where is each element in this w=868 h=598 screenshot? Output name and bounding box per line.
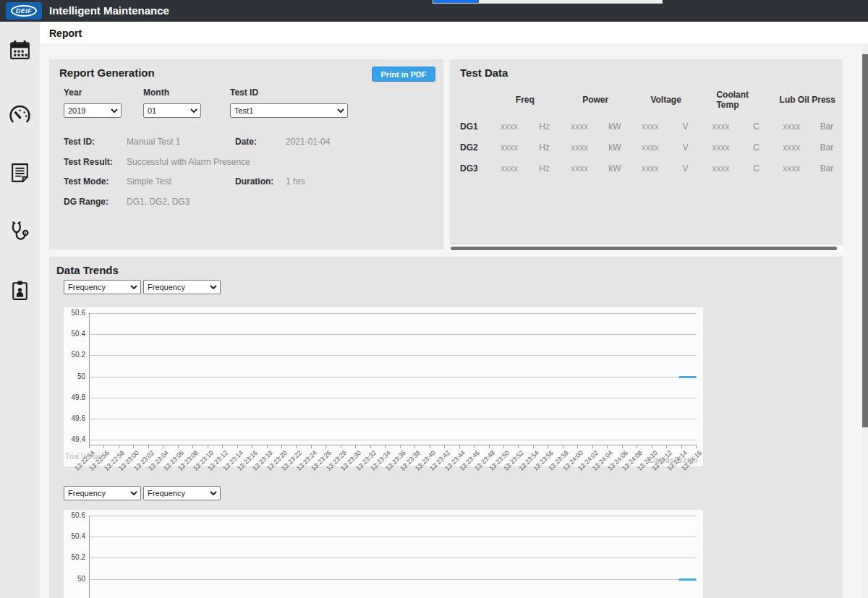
year-select-wrap: 2019 [64,103,122,118]
y-axis-line [89,516,90,598]
measurement-value: xxxx [772,158,811,179]
trend-chart-2: 50.650.450.250 [64,510,703,598]
print-in-pdf-button[interactable]: Print in PDF [372,67,435,82]
sidebar-item-diagnostics[interactable] [8,219,32,243]
trial-watermark: Trial Version [65,453,105,461]
measurement-unit: Hz [529,116,561,137]
table-row: DG1xxxxHzxxxxkWxxxxVxxxxCxxxxBar [460,116,843,137]
deif-logo: DEIF [6,2,42,20]
gridline [89,558,696,558]
main-content: Report Generation Print in PDF Year Mont… [40,45,868,598]
detail-value: Successful with Alarm Presence [127,157,250,167]
measurement-unit: Hz [529,158,561,179]
x-axis-tick [119,445,119,448]
measurement-value: xxxx [631,137,670,158]
year-label: Year [64,87,82,98]
dg-row-label: DG3 [460,158,490,179]
test-id-select-wrap: Test1 [230,103,348,118]
x-axis-tick [355,445,356,448]
month-select-wrap: 01 [143,103,201,118]
measurement-unit: Bar [811,158,843,179]
detail-value: 2021-01-04 [286,137,330,147]
detail-value: Simple Test [127,176,171,187]
x-axis-tick [459,445,460,448]
detail-value: 1 hrs [286,176,305,187]
x-axis-tick [385,445,386,448]
report-icon [8,175,32,187]
test-id-select[interactable]: Test1 [230,103,348,118]
measurement-unit: V [670,116,702,137]
x-axis-tick [89,445,90,448]
test-data-hscrollbar-thumb[interactable] [451,247,837,250]
measurement-value: xxxx [631,116,670,137]
x-axis-line [89,445,697,445]
column-header: Power [561,84,631,116]
trend-metric-select[interactable]: Frequency [64,280,141,294]
y-axis-tick-label: 50 [64,575,85,583]
test-data-panel: Test Data FreqPowerVoltageCoolant TempLu… [450,59,843,245]
measurement-unit: kW [599,116,631,137]
gridline [89,537,696,537]
x-axis-tick [163,445,163,448]
sidebar-item-calendar[interactable] [8,38,32,62]
gridline [89,377,696,377]
y-axis-tick-label: 50.4 [64,532,85,540]
x-axis-tick [577,445,578,448]
x-axis-tick [652,445,652,448]
column-header: Coolant Temp [701,84,772,116]
page-title: Report [49,27,82,39]
test-data-table: FreqPowerVoltageCoolant TempLub Oil Pres… [460,84,843,179]
x-axis-tick [148,445,149,448]
detail-label: Test Result: [64,157,113,167]
app-title: Intelligent Maintenance [49,4,169,17]
measurement-value: xxxx [701,137,740,158]
gauge-icon [8,117,32,129]
detail-value: Manual Test 1 [127,137,181,147]
trend-metric-select[interactable]: Frequency [143,280,221,294]
dg-row-label: DG2 [460,137,490,158]
x-axis-tick [296,445,297,448]
x-axis-tick [444,445,445,448]
gridline [89,440,696,440]
data-trends-title: Data Trends [56,264,119,276]
month-label: Month [143,87,169,98]
x-axis-tick [430,445,430,448]
measurement-unit: kW [599,137,631,158]
canvasjs-watermark[interactable]: CanvasJS.com [649,456,697,464]
sidebar-nav [0,22,40,598]
sidebar-item-report[interactable] [8,161,32,185]
y-axis-line [89,313,90,445]
x-axis-tick [548,445,548,448]
detail-value: DG1, DG2, DG3 [127,197,190,207]
measurement-value: xxxx [561,158,600,179]
x-axis-tick [341,445,341,448]
test-data-hscrollbar-track [450,245,843,252]
y-axis-tick-label: 49.4 [64,435,85,443]
trend-metric-select[interactable]: Frequency [143,486,221,500]
gridline [89,579,696,580]
y-axis-tick-label: 50 [64,372,85,380]
x-axis-tick [489,445,490,448]
x-axis-tick [281,445,282,448]
x-axis-tick [563,445,563,448]
x-axis-tick [103,445,104,448]
page-vscrollbar-thumb[interactable] [862,54,868,427]
measurement-unit: C [741,137,773,158]
x-axis-tick [503,445,504,448]
measurement-value: xxxx [490,137,529,158]
gridline [89,398,696,398]
sidebar-item-service[interactable] [8,278,32,302]
measurement-unit: V [670,158,702,179]
y-axis-tick-label: 49.6 [64,414,85,422]
year-select[interactable]: 2019 [64,103,122,118]
x-axis-tick [666,445,667,448]
sidebar-item-gauge[interactable] [8,103,32,127]
measurement-value: xxxx [561,116,600,137]
trend-metric-select[interactable]: Frequency [64,486,141,500]
month-select[interactable]: 01 [143,103,201,118]
measurement-value: xxxx [490,158,529,179]
measurement-unit: kW [599,158,631,179]
detail-label: DG Range: [64,197,109,207]
detail-label: Test Mode: [64,176,109,187]
x-axis-tick [414,445,415,448]
